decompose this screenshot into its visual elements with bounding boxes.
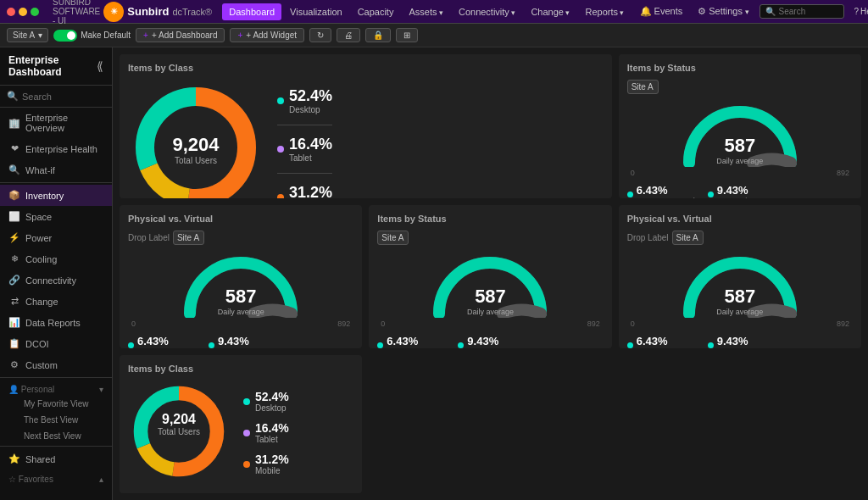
nav-capacity[interactable]: Capacity xyxy=(351,3,401,20)
donut-widget: 9,204 Total Users 52.4% Desktop xyxy=(128,80,604,198)
stat-item-conversion-w2: 9.43% Conversion Rate xyxy=(708,184,774,198)
lock-btn[interactable]: 🔒 xyxy=(365,28,391,42)
gauge-w5: 587 Daily average xyxy=(627,250,853,318)
gauge-w4: 587 Daily average xyxy=(377,250,603,318)
stat-pct-w4: 6.43% xyxy=(387,335,448,347)
sidebar-item-what-if[interactable]: 🔍 What-if xyxy=(0,159,112,181)
toggle-switch[interactable] xyxy=(53,30,77,42)
legend-dot-tablet xyxy=(277,146,284,153)
nav-settings[interactable]: ⚙ Settings xyxy=(691,3,755,20)
sidebar-item-power[interactable]: ⚡ Power xyxy=(0,227,112,248)
sidebar-item-label: Inventory xyxy=(25,191,64,201)
sidebar-section-personal[interactable]: 👤 Personal ▾ xyxy=(0,380,112,396)
site-selector-w2: Site A xyxy=(627,80,853,94)
logo-icon: ☀ xyxy=(103,2,124,22)
sidebar-header: Enterprise Dashboard ⟪ xyxy=(0,47,112,86)
top-search-input[interactable] xyxy=(779,7,838,16)
sidebar-item-connectivity[interactable]: 🔗 Connectivity xyxy=(0,269,112,291)
sidebar-item-enterprise-overview[interactable]: 🏢 Enterprise Overview xyxy=(0,108,112,138)
stat-pct-w5: 6.43% xyxy=(637,335,698,347)
legend-pct-mobile: 31.2% xyxy=(289,184,332,198)
sidebar-item-label: Enterprise Health xyxy=(25,144,97,154)
nav-assets[interactable]: Assets xyxy=(402,3,450,20)
dcoi-icon: 📋 xyxy=(8,338,20,349)
make-default-toggle[interactable]: Make Default xyxy=(53,30,131,42)
gauge-sublabel-w2: Daily average xyxy=(716,157,763,165)
sidebar-subitem-myfavorite[interactable]: My Favorite View xyxy=(0,396,112,412)
sidebar-item-custom[interactable]: ⚙ Custom xyxy=(0,354,112,375)
gauge-center-w3: 587 Daily average xyxy=(218,286,264,316)
top-search-box[interactable]: 🔍 xyxy=(760,4,844,19)
sidebar-item-cooling[interactable]: ❄ Cooling xyxy=(0,248,112,269)
gauge-max-w4: 892 xyxy=(587,319,600,328)
legend-name-mobile-w6: Mobile xyxy=(255,466,289,475)
nav-dashboard[interactable]: Dashboard xyxy=(222,3,281,20)
stat-label-conv-w5: Conversion Rate xyxy=(717,347,774,349)
widget-title-w4: Items by Status xyxy=(377,214,603,224)
sidebar-nav: 🏢 Enterprise Overview ❤ Enterprise Healt… xyxy=(0,108,112,500)
legend-pct-desktop: 52.4% xyxy=(289,87,332,105)
stat-dot-w4 xyxy=(377,342,383,348)
legend-pct-desktop-w6: 52.4% xyxy=(255,390,289,403)
print-btn[interactable]: 🖨 xyxy=(337,28,360,42)
site-select-w2[interactable]: Site A xyxy=(627,80,659,94)
sidebar-item-data-reports[interactable]: 📊 Data Reports xyxy=(0,312,112,333)
widget-physical-virtual-bottom: Physical vs. Virtual Drop Label Site A 5… xyxy=(619,205,861,349)
legend-item-tablet-w6: 16.4% Tablet xyxy=(243,421,289,444)
close-window-btn[interactable] xyxy=(7,8,15,16)
minimize-window-btn[interactable] xyxy=(19,8,27,16)
widget-items-by-status-top: Items by Status Site A 587 Daily average xyxy=(619,54,861,198)
favorites-section-label: ☆ Favorites xyxy=(8,475,53,484)
widget-items-by-class: Items by Class 9,204 To xyxy=(120,54,612,198)
search-icon: 🔍 xyxy=(765,7,776,16)
legend-divider xyxy=(277,125,332,125)
enterprise-health-icon: ❤ xyxy=(8,143,20,154)
add-widget-btn[interactable]: + + Add Widget xyxy=(230,28,304,42)
sidebar-search-area[interactable]: 🔍 xyxy=(0,86,112,108)
help-btn[interactable]: ? Help xyxy=(849,5,868,18)
nav-change[interactable]: Change xyxy=(524,3,576,20)
add-dashboard-btn[interactable]: + + Add Dashboard xyxy=(136,28,225,42)
site-selector-w4: Site A xyxy=(377,231,603,245)
sidebar-item-inventory[interactable]: 📦 Inventory xyxy=(0,185,112,206)
sidebar-divider-2 xyxy=(0,377,112,378)
sidebar-item-enterprise-health[interactable]: ❤ Enterprise Health xyxy=(0,138,112,159)
grid-btn[interactable]: ⊞ xyxy=(396,28,418,42)
logo-main: Sunbird xyxy=(127,5,169,18)
site-select-w3[interactable]: Site A xyxy=(173,231,204,245)
nav-events[interactable]: 🔔 Events xyxy=(633,3,690,20)
nav-reports[interactable]: Reports xyxy=(578,3,631,20)
sidebar-item-shared[interactable]: ⭐ Shared xyxy=(0,448,112,469)
layout: Enterprise Dashboard ⟪ 🔍 🏢 Enterprise Ov… xyxy=(0,47,868,500)
sidebar-collapse-btn[interactable]: ⟪ xyxy=(97,59,103,73)
nav-connectivity[interactable]: Connectivity xyxy=(452,3,522,20)
maximize-window-btn[interactable] xyxy=(31,8,39,16)
gauge-value-w5: 587 xyxy=(716,286,763,308)
sidebar-item-change[interactable]: ⇄ Change xyxy=(0,291,112,312)
drop-label-w5: Drop Label xyxy=(627,233,669,242)
stats-row-w2: 6.43% New users growth 9.43% Conversion … xyxy=(627,184,853,198)
refresh-btn[interactable]: ↻ xyxy=(309,28,331,42)
sidebar-subitem-nextbest[interactable]: Next Best View xyxy=(0,428,112,444)
sidebar-subitem-bestview[interactable]: The Best View xyxy=(0,412,112,428)
sidebar-item-label: Power xyxy=(25,233,52,243)
sidebar-item-label: Connectivity xyxy=(25,275,76,286)
nav-visualization[interactable]: Visualization xyxy=(283,3,349,20)
site-select-w4[interactable]: Site A xyxy=(377,231,409,245)
personal-arrow-icon: ▾ xyxy=(99,385,103,394)
enterprise-overview-icon: 🏢 xyxy=(8,118,20,129)
title-bar: SUNBIRD SOFTWARE - UI ☀ Sunbird dcTrack®… xyxy=(0,0,868,24)
sidebar-section-favorites[interactable]: ☆ Favorites ▴ xyxy=(0,469,112,486)
site-select-btn[interactable]: Site A ▾ xyxy=(7,28,48,42)
sidebar-item-dcoi[interactable]: 📋 DCOI xyxy=(0,333,112,354)
stat-item-conversion-w3: 9.43% Conversion Rate xyxy=(209,335,275,349)
donut-label: Total Users xyxy=(172,155,219,164)
stat-dot-conv-w4 xyxy=(458,342,464,348)
sidebar-search-icon: 🔍 xyxy=(7,91,19,102)
gauge-min-w2: 0 xyxy=(631,169,635,177)
site-select-w5[interactable]: Site A xyxy=(672,231,704,245)
widget-title-w5: Physical vs. Virtual xyxy=(627,214,853,224)
legend-pct-tablet: 16.4% xyxy=(289,136,332,153)
sidebar-item-space[interactable]: ⬜ Space xyxy=(0,206,112,227)
legend-name-desktop-w6: Desktop xyxy=(255,403,289,413)
